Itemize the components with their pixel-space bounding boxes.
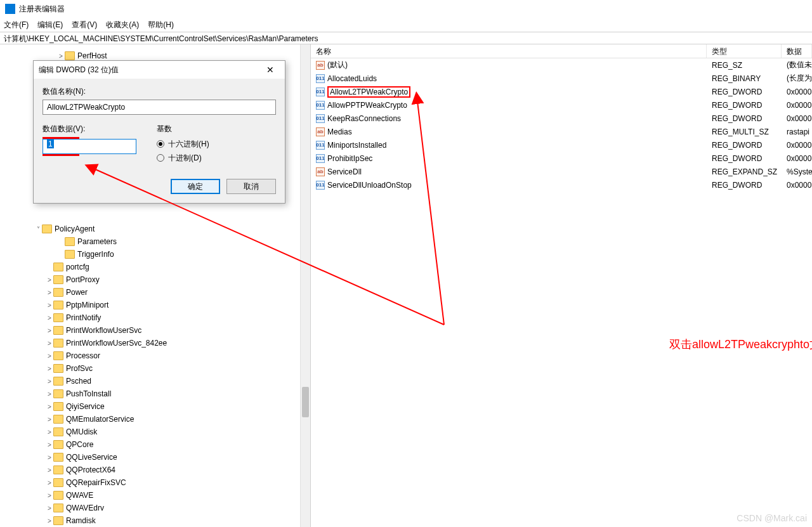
tree-item[interactable]: ˅PolicyAgent <box>0 223 310 235</box>
chevron-icon[interactable]: > <box>57 53 65 60</box>
ok-button[interactable]: 确定 <box>171 179 220 194</box>
chevron-icon[interactable]: > <box>46 327 53 334</box>
chevron-icon[interactable]: > <box>46 378 53 385</box>
value-data: (长度为 <box>782 73 812 84</box>
value-name: Medias <box>327 127 352 136</box>
radio-hex-row[interactable]: 十六进制(H) <box>157 137 276 151</box>
list-row[interactable]: 011KeepRasConnectionsREG_DWORD0x0000 <box>311 112 812 125</box>
value-data-input[interactable]: 1 <box>43 139 136 154</box>
chevron-icon[interactable]: > <box>46 340 53 347</box>
tree-item[interactable]: >PushToInstall <box>0 387 310 400</box>
tree-item[interactable]: >Power <box>0 286 310 299</box>
menu-help[interactable]: 帮助(H) <box>148 20 174 30</box>
tree-item[interactable]: >Processor <box>0 349 310 362</box>
radio-dec[interactable] <box>157 154 164 162</box>
tree-item[interactable]: TriggerInfo <box>0 248 310 261</box>
chevron-icon[interactable]: > <box>46 416 53 423</box>
tree-item[interactable]: >QQProtectX64 <box>0 464 310 476</box>
value-type: REG_MULTI_SZ <box>707 127 782 136</box>
tree-item[interactable]: >ProfSvc <box>0 362 310 375</box>
list-row[interactable]: abMediasREG_MULTI_SZrastapi <box>311 125 812 138</box>
chevron-icon[interactable]: > <box>46 467 53 474</box>
value-data: (数值未 <box>782 60 812 70</box>
tree-item[interactable]: >QQLiveService <box>0 451 310 464</box>
tree-item[interactable]: >PrintWorkflowUserSvc <box>0 324 310 337</box>
chevron-icon[interactable]: > <box>46 479 53 486</box>
tree-item[interactable]: >QQRepairFixSVC <box>0 476 310 489</box>
list-row[interactable]: 011AllocatedLuidsREG_BINARY(长度为 <box>311 72 812 85</box>
tree-item[interactable]: >QWAVE <box>0 489 310 502</box>
folder-icon <box>65 250 75 259</box>
folder-icon <box>53 326 63 335</box>
chevron-icon[interactable]: > <box>46 454 53 461</box>
tree-item[interactable]: >Ramdisk <box>0 514 310 527</box>
list-row[interactable]: ab(默认)REG_SZ(数值未 <box>311 58 812 72</box>
chevron-icon[interactable]: > <box>46 429 53 436</box>
tree-item[interactable]: >PrintNotify <box>0 311 310 324</box>
tree-item[interactable]: >Psched <box>0 375 310 387</box>
menu-favorites[interactable]: 收藏夹(A) <box>106 20 139 30</box>
close-icon[interactable]: ✕ <box>261 65 280 75</box>
address-bar[interactable]: 计算机\HKEY_LOCAL_MACHINE\SYSTEM\CurrentCon… <box>0 32 812 44</box>
tree-item[interactable]: >PortProxy <box>0 273 310 286</box>
tree-item-label: QiyiService <box>66 402 105 411</box>
chevron-icon[interactable]: > <box>46 353 53 360</box>
chevron-icon[interactable]: > <box>46 492 53 499</box>
tree-item-label: PrintNotify <box>66 313 101 322</box>
tree-item-label: QWAVE <box>66 491 93 500</box>
chevron-icon[interactable]: > <box>46 277 53 283</box>
tree-item[interactable]: >QMEmulatorService <box>0 413 310 426</box>
tree-item[interactable]: portcfg <box>0 261 310 273</box>
tree-item[interactable]: Parameters <box>0 235 310 248</box>
menu-view[interactable]: 查看(V) <box>72 20 97 30</box>
radio-dec-row[interactable]: 十进制(D) <box>157 151 276 165</box>
tree-item[interactable]: >PrintWorkflowUserSvc_842ee <box>0 337 310 349</box>
tree-item-label: Ramdisk <box>66 516 96 525</box>
list-row[interactable]: 011AllowPPTPWeakCryptoREG_DWORD0x0000 <box>311 98 812 112</box>
value-data: 0x0000 <box>782 101 812 110</box>
value-name: ServiceDllUnloadOnStop <box>327 181 412 190</box>
chevron-icon[interactable]: > <box>46 391 53 398</box>
tree-item[interactable]: >PptpMiniport <box>0 299 310 311</box>
tree-item-label: PerfHost <box>77 51 107 60</box>
string-value-icon: ab <box>316 167 325 176</box>
list-header: 名称 类型 数据 <box>311 44 812 58</box>
value-name: AllowL2TPWeakCrypto <box>327 86 410 98</box>
chevron-icon[interactable]: > <box>46 441 53 448</box>
list-row[interactable]: 011MiniportsInstalledREG_DWORD0x0000 <box>311 138 812 152</box>
value-name-input[interactable] <box>43 100 276 115</box>
scrollbar-thumb[interactable] <box>302 387 309 417</box>
chevron-icon[interactable]: ˅ <box>34 226 42 233</box>
col-type[interactable]: 类型 <box>707 44 782 58</box>
string-value-icon: ab <box>316 127 325 136</box>
list-row[interactable]: 011ServiceDllUnloadOnStopREG_DWORD0x0000 <box>311 178 812 192</box>
chevron-icon[interactable]: > <box>46 505 53 512</box>
list-row[interactable]: 011AllowL2TPWeakCryptoREG_DWORD0x0000 <box>311 85 812 98</box>
tree-scrollbar[interactable] <box>300 44 310 527</box>
tree-item[interactable]: >QWAVEdrv <box>0 502 310 514</box>
chevron-icon[interactable]: > <box>46 365 53 372</box>
chevron-icon[interactable]: > <box>46 517 53 524</box>
radio-hex[interactable] <box>157 140 164 148</box>
tree-item[interactable]: >QMUdisk <box>0 426 310 438</box>
chevron-icon[interactable]: > <box>46 289 53 296</box>
tree-item-label: TriggerInfo <box>77 250 114 259</box>
col-name[interactable]: 名称 <box>311 44 707 58</box>
menu-edit[interactable]: 编辑(E) <box>37 20 63 30</box>
chevron-icon[interactable]: > <box>46 315 53 322</box>
chevron-icon[interactable]: > <box>46 302 53 309</box>
list-row[interactable]: 011ProhibitIpSecREG_DWORD0x0000 <box>311 152 812 165</box>
folder-icon <box>65 51 75 60</box>
list-row[interactable]: abServiceDllREG_EXPAND_SZ%Syste <box>311 165 812 178</box>
value-name: ServiceDll <box>327 167 362 176</box>
tree-item[interactable]: >QPCore <box>0 438 310 451</box>
dialog-titlebar[interactable]: 编辑 DWORD (32 位)值 ✕ <box>34 61 285 79</box>
tree-item-label: QQLiveService <box>66 453 117 462</box>
tree-item[interactable]: >QiyiService <box>0 400 310 413</box>
tree-item-label: Psched <box>66 377 91 386</box>
col-data[interactable]: 数据 <box>782 44 812 58</box>
chevron-icon[interactable]: > <box>46 403 53 410</box>
menu-file[interactable]: 文件(F) <box>4 20 29 30</box>
cancel-button[interactable]: 取消 <box>226 179 276 194</box>
folder-icon <box>53 377 63 386</box>
